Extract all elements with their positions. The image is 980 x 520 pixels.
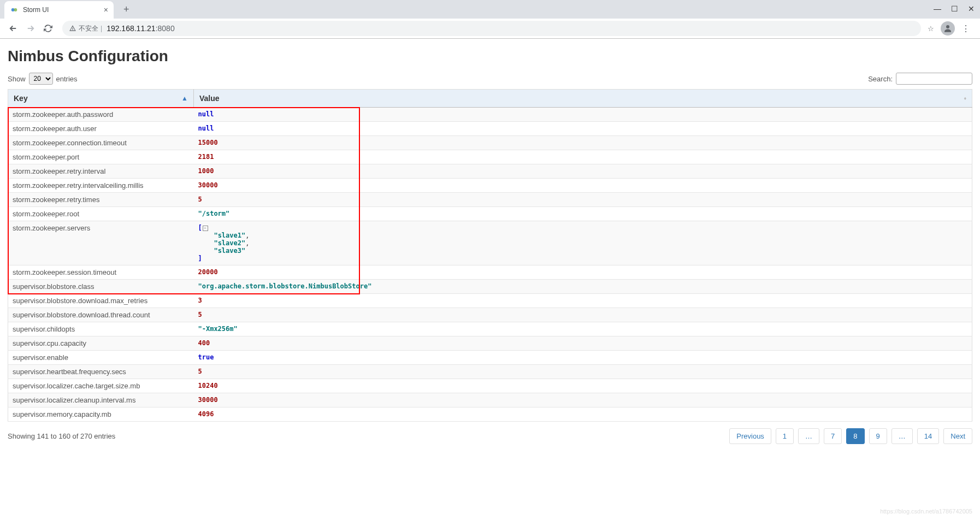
sort-asc-icon: ▲ — [181, 94, 188, 102]
tab-title: Storm UI — [23, 6, 99, 14]
search-input[interactable] — [896, 73, 972, 85]
config-value: 5 — [194, 308, 972, 322]
search-box: Search: — [868, 73, 972, 85]
tab-bar: Storm UI × + — ☐ ✕ — [0, 0, 980, 19]
table-row: supervisor.memory.capacity.mb4096 — [8, 407, 972, 422]
table-controls: Show 20 entries Search: — [8, 73, 972, 85]
config-value: 30000 — [194, 393, 972, 407]
config-value: 1000 — [194, 164, 972, 179]
page-content: Nimbus Configuration Show 20 entries Sea… — [0, 39, 980, 448]
config-key: storm.zookeeper.retry.intervalceiling.mi… — [8, 179, 194, 193]
config-value: null — [194, 108, 972, 122]
config-key: supervisor.blobstore.download.max_retrie… — [8, 294, 194, 308]
config-value: "/storm" — [194, 207, 972, 221]
collapse-toggle-icon[interactable]: − — [203, 226, 208, 231]
pagination-ellipsis: … — [798, 428, 819, 444]
reload-button[interactable] — [40, 21, 56, 36]
separator: | — [101, 25, 102, 32]
col-header-value[interactable]: Value ♦ — [194, 90, 972, 108]
table-row: supervisor.localizer.cache.target.size.m… — [8, 379, 972, 393]
config-key: supervisor.enable — [8, 351, 194, 365]
kebab-menu-icon[interactable]: ⋮ — [957, 23, 975, 34]
config-key: storm.zookeeper.servers — [8, 221, 194, 265]
svg-point-1 — [14, 8, 17, 11]
search-label: Search: — [868, 75, 893, 83]
config-key: storm.zookeeper.connection.timeout — [8, 136, 194, 150]
minimize-icon[interactable]: — — [934, 4, 941, 13]
pagination-page[interactable]: 7 — [824, 428, 842, 444]
browser-tab[interactable]: Storm UI × — [4, 1, 114, 19]
config-key: supervisor.memory.capacity.mb — [8, 407, 194, 422]
config-key: supervisor.heartbeat.frequency.secs — [8, 365, 194, 379]
security-warning: 不安全 | — [69, 24, 102, 33]
new-tab-button[interactable]: + — [119, 2, 134, 17]
page-title: Nimbus Configuration — [8, 48, 972, 65]
config-value: 20000 — [194, 265, 972, 280]
config-key: storm.zookeeper.session.timeout — [8, 265, 194, 280]
table-row: supervisor.blobstore.class"org.apache.st… — [8, 280, 972, 294]
pagination-page[interactable]: 14 — [917, 428, 939, 444]
bookmark-star-icon[interactable]: ☆ — [928, 25, 934, 33]
config-key: supervisor.localizer.cleanup.interval.ms — [8, 393, 194, 407]
table-row: supervisor.blobstore.download.max_retrie… — [8, 294, 972, 308]
config-key: storm.zookeeper.auth.password — [8, 108, 194, 122]
config-key: supervisor.cpu.capacity — [8, 336, 194, 351]
table-row: supervisor.enabletrue — [8, 351, 972, 365]
config-value: 400 — [194, 336, 972, 351]
pagination-next[interactable]: Next — [943, 428, 972, 444]
table-row: storm.zookeeper.retry.intervalceiling.mi… — [8, 179, 972, 193]
table-row: supervisor.childopts"-Xmx256m" — [8, 322, 972, 336]
browser-chrome: Storm UI × + — ☐ ✕ 不安全 | 192.168.11.21:8… — [0, 0, 980, 39]
config-key: storm.zookeeper.auth.user — [8, 122, 194, 136]
back-button[interactable] — [5, 21, 21, 36]
config-value: true — [194, 351, 972, 365]
svg-point-2 — [946, 25, 949, 28]
config-key: supervisor.localizer.cache.target.size.m… — [8, 379, 194, 393]
showing-info: Showing 141 to 160 of 270 entries — [8, 432, 115, 440]
table-row: supervisor.cpu.capacity400 — [8, 336, 972, 351]
config-table: Key ▲ Value ♦ storm.zookeeper.auth.passw… — [8, 89, 972, 422]
config-value: 4096 — [194, 407, 972, 422]
table-row: storm.zookeeper.servers[− "slave1", "sla… — [8, 221, 972, 265]
entries-select[interactable]: 20 — [29, 73, 53, 85]
pagination-page[interactable]: 9 — [869, 428, 887, 444]
pagination-previous[interactable]: Previous — [729, 428, 771, 444]
url-text: 192.168.11.21:8080 — [107, 24, 175, 33]
storm-favicon-icon — [10, 5, 19, 14]
table-row: supervisor.heartbeat.frequency.secs5 — [8, 365, 972, 379]
config-value: [− "slave1", "slave2", "slave3" ] — [194, 221, 972, 265]
config-value: null — [194, 122, 972, 136]
sort-both-icon: ♦ — [964, 96, 966, 101]
table-footer: Showing 141 to 160 of 270 entries Previo… — [8, 428, 972, 444]
table-row: supervisor.blobstore.download.thread.cou… — [8, 308, 972, 322]
config-value: 15000 — [194, 136, 972, 150]
config-value: "-Xmx256m" — [194, 322, 972, 336]
table-row: storm.zookeeper.port2181 — [8, 150, 972, 164]
forward-button[interactable] — [23, 21, 38, 36]
table-row: storm.zookeeper.auth.passwordnull — [8, 108, 972, 122]
config-value: 3 — [194, 294, 972, 308]
config-key: storm.zookeeper.retry.interval — [8, 164, 194, 179]
table-row: storm.zookeeper.connection.timeout15000 — [8, 136, 972, 150]
profile-icon[interactable] — [941, 21, 955, 36]
table-row: storm.zookeeper.retry.interval1000 — [8, 164, 972, 179]
table-row: supervisor.localizer.cleanup.interval.ms… — [8, 393, 972, 407]
table-wrap: Key ▲ Value ♦ storm.zookeeper.auth.passw… — [8, 89, 972, 422]
maximize-icon[interactable]: ☐ — [951, 4, 958, 13]
table-row: storm.zookeeper.auth.usernull — [8, 122, 972, 136]
config-key: storm.zookeeper.root — [8, 207, 194, 221]
col-header-key[interactable]: Key ▲ — [8, 90, 194, 108]
config-key: supervisor.blobstore.download.thread.cou… — [8, 308, 194, 322]
config-key: storm.zookeeper.port — [8, 150, 194, 164]
security-text: 不安全 — [79, 24, 98, 33]
config-key: supervisor.blobstore.class — [8, 280, 194, 294]
window-controls: — ☐ ✕ — [934, 4, 975, 13]
config-value: 5 — [194, 193, 972, 207]
table-row: storm.zookeeper.root"/storm" — [8, 207, 972, 221]
entries-label: entries — [56, 75, 78, 83]
close-icon[interactable]: × — [104, 5, 108, 14]
pagination-page[interactable]: 1 — [776, 428, 794, 444]
pagination-page[interactable]: 8 — [846, 428, 864, 444]
close-window-icon[interactable]: ✕ — [968, 4, 975, 13]
url-bar[interactable]: 不安全 | 192.168.11.21:8080 — [62, 21, 921, 36]
